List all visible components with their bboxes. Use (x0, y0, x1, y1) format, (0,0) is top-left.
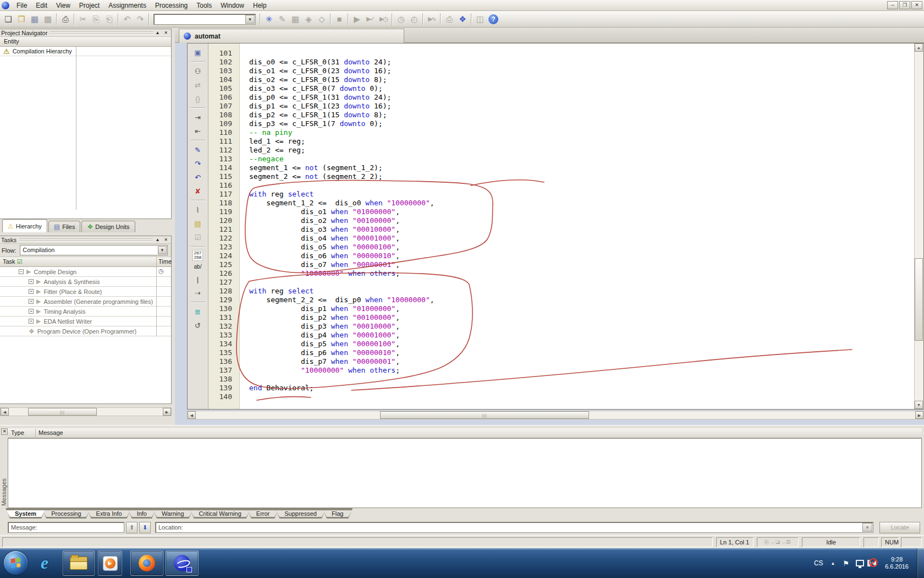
taskbar-firefox[interactable] (130, 550, 163, 576)
clear-bookmarks-button[interactable]: ✘ (191, 185, 205, 197)
messages-tab-extra-info[interactable]: Extra Info (87, 508, 131, 519)
messages-tab-error[interactable]: Error (247, 508, 279, 519)
collapse-icon[interactable]: − (19, 269, 24, 274)
editor-vscrollbar[interactable]: ▲ ▼ (914, 43, 923, 409)
locate-button[interactable]: Locate (879, 522, 920, 533)
print-button[interactable]: ⎙ (59, 13, 72, 26)
add-note-button[interactable]: ▤ (191, 217, 205, 230)
taskbar-clock[interactable]: 9:28 6.6.2016 (885, 556, 909, 570)
menu-view[interactable]: View (52, 1, 75, 10)
replace-button[interactable]: ⇄ (191, 79, 205, 91)
help-button[interactable]: ? (488, 14, 498, 24)
scroll-left-arrow[interactable]: ◀ (1, 408, 9, 416)
simulator-button[interactable]: ▶∿ (425, 13, 438, 26)
programmer-button[interactable]: ◫ (474, 13, 487, 26)
messages-table-header[interactable]: Type Message (8, 428, 922, 438)
expand-icon[interactable]: + (29, 319, 34, 324)
increase-indent-button[interactable]: ⇥ (191, 111, 205, 123)
revert-button[interactable]: ↺ (191, 319, 205, 331)
language-indicator[interactable]: CS (814, 559, 823, 567)
tab-files[interactable]: ▤Files (48, 221, 81, 232)
scroll-up-arrow[interactable]: ▲ (915, 43, 923, 52)
assignment-editor-button[interactable]: ▦ (289, 13, 302, 26)
scroll-left-arrow[interactable]: ◀ (188, 411, 196, 419)
menu-file[interactable]: File (12, 1, 31, 10)
scroll-down-arrow[interactable]: ▼ (915, 401, 923, 409)
insert-template-button[interactable]: ▣ (191, 46, 205, 58)
show-hidden-icons-button[interactable]: ▲ (831, 561, 835, 566)
next-message-button[interactable]: ⬇ (139, 522, 151, 533)
taskbar-file-explorer[interactable] (63, 550, 95, 576)
edit-settings-button[interactable]: ✎ (276, 13, 289, 26)
messages-list[interactable] (8, 438, 922, 508)
left-panel-hscrollbar[interactable]: ◀ ▶ ||| (0, 407, 172, 416)
paste-button[interactable]: ⎗ (103, 13, 116, 26)
fitter-run-button[interactable]: ▶◷ (377, 13, 390, 26)
chevron-down-icon[interactable]: ▼ (245, 15, 255, 24)
timequest-analyzer-button[interactable]: ◷ (394, 13, 408, 26)
undo-button[interactable]: ↶ (120, 13, 134, 26)
scroll-right-arrow[interactable]: ▶ (163, 408, 171, 416)
messages-tab-critical-warning[interactable]: Critical Warning (190, 508, 251, 519)
entity-column-header[interactable]: Entity (0, 37, 171, 47)
start-analysis-button[interactable]: ✳ (262, 13, 276, 26)
messages-tab-system[interactable]: System (6, 508, 46, 519)
messages-tab-suppressed[interactable]: Suppressed (275, 508, 326, 519)
close-button[interactable]: ✕ (911, 1, 922, 9)
messages-tab-info[interactable]: Info (128, 508, 156, 519)
code-area[interactable]: dis_o0 <= c_LFSR_0(31 downto 24);dis_o1 … (240, 43, 914, 409)
pin-planner-button[interactable]: ◈ (302, 13, 315, 26)
compilation-hierarchy-row[interactable]: ⚠ Compilation Hierarchy (0, 47, 171, 56)
goto-line-button[interactable]: ⇢ (191, 287, 205, 299)
task-row[interactable]: −▶Compile Design (0, 267, 171, 277)
open-file-button[interactable]: ❒ (15, 13, 28, 26)
scroll-thumb[interactable]: ||| (28, 408, 97, 416)
taskbar-quartus[interactable] (166, 550, 199, 576)
signaltap-button[interactable]: ❖ (456, 13, 469, 26)
task-table-header[interactable]: Task ☑ Time ◷ (0, 257, 171, 267)
redo-button[interactable]: ↷ (134, 13, 147, 26)
menu-window[interactable]: Window (216, 1, 249, 10)
previous-bookmark-button[interactable]: ↶ (191, 171, 205, 183)
column-divider[interactable] (76, 47, 76, 210)
panel-grip[interactable] (50, 31, 153, 35)
network-icon[interactable] (856, 560, 864, 566)
new-file-button[interactable]: ❏ (2, 13, 15, 26)
toggle-bookmark-button[interactable]: ✎ (191, 144, 205, 156)
stop-processing-button[interactable]: ■ (333, 13, 346, 26)
location-field[interactable]: Location: ▼ (155, 522, 873, 533)
comment-selection-button[interactable]: ≣ (191, 306, 205, 318)
next-bookmark-button[interactable]: ↷ (191, 157, 205, 170)
task-row[interactable]: +▶Analysis & Synthesis (0, 277, 171, 287)
menu-processing[interactable]: Processing (151, 1, 192, 10)
collapse-panel-button[interactable]: ▲ (154, 237, 161, 243)
document-tab-automat[interactable]: automat (179, 29, 404, 43)
analysis-synthesis-button[interactable]: ▶✓ (364, 13, 377, 26)
menu-project[interactable]: Project (75, 1, 104, 10)
minimize-button[interactable]: – (887, 1, 898, 9)
taskbar-internet-explorer[interactable]: e (32, 550, 57, 576)
expand-icon[interactable]: + (29, 309, 34, 314)
task-row[interactable]: +▶Assembler (Generate programming files) (0, 297, 171, 307)
attach-file-button[interactable]: ⌇ (191, 204, 205, 216)
task-row[interactable]: +▶Timing Analysis (0, 307, 171, 317)
tab-design-units[interactable]: ❖Design Units (81, 221, 135, 232)
expand-icon[interactable]: + (29, 289, 34, 294)
collapse-panel-button[interactable]: ▲ (154, 30, 161, 36)
save-all-button[interactable]: ▩ (41, 13, 54, 26)
menu-edit[interactable]: Edit (31, 1, 52, 10)
messages-tab-processing[interactable]: Processing (42, 508, 90, 519)
previous-message-button[interactable]: ⬆ (126, 522, 138, 533)
cursor-mode-button[interactable]: | (191, 273, 205, 285)
scroll-right-arrow[interactable]: ▶ (915, 411, 923, 419)
chevron-down-icon[interactable]: ▼ (158, 246, 167, 254)
editor-hscrollbar[interactable]: ◀ ▶ ||| (187, 411, 924, 419)
task-row[interactable]: +▶EDA Netlist Writer (0, 317, 171, 326)
task-row[interactable]: +▶Fitter (Place & Route) (0, 287, 171, 297)
netlist-viewer-button[interactable]: ⎙ (443, 13, 456, 26)
message-field[interactable]: Message: (8, 522, 124, 533)
copy-button[interactable]: ⎘ (90, 13, 103, 26)
taskbar-media-player[interactable]: ▶ (98, 550, 122, 576)
find-button[interactable]: ⚇ (191, 65, 205, 77)
task-row[interactable]: ❖Program Device (Open Programmer) (0, 326, 171, 336)
